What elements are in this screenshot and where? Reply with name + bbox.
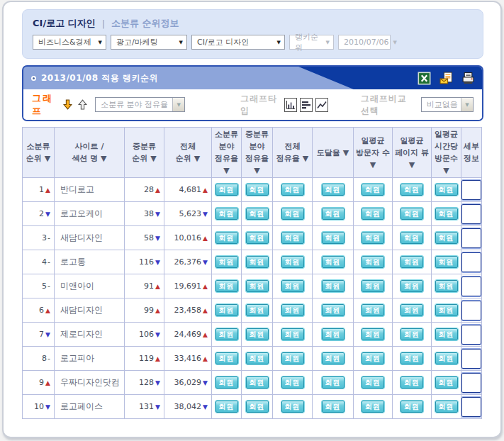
view-detail-button[interactable]: 보기 <box>461 349 481 369</box>
member-button[interactable]: 회원 <box>435 401 458 413</box>
column-header[interactable]: 전체 점유율 ▼ <box>273 128 313 178</box>
mail-icon[interactable] <box>439 72 453 85</box>
member-button[interactable]: 회원 <box>435 232 458 244</box>
member-button[interactable]: 회원 <box>362 328 384 340</box>
column-header[interactable]: 사이트 / 섹션 명 ▼ <box>55 128 125 178</box>
member-button[interactable]: 회원 <box>281 232 304 244</box>
member-button[interactable]: 회원 <box>362 376 384 389</box>
column-header[interactable]: 소분류 순위 ▼ <box>23 128 55 178</box>
member-button[interactable]: 회원 <box>322 304 345 316</box>
column-header[interactable]: 일평균 페이지 뷰 ▼ <box>393 128 432 178</box>
member-button[interactable]: 회원 <box>281 304 304 316</box>
member-button[interactable]: 회원 <box>401 401 423 413</box>
member-button[interactable]: 회원 <box>246 304 269 316</box>
member-button[interactable]: 회원 <box>215 376 238 389</box>
member-button[interactable]: 회원 <box>215 256 238 268</box>
hbar-chart-icon[interactable] <box>300 98 313 112</box>
member-button[interactable]: 회원 <box>215 280 238 292</box>
member-button[interactable]: 회원 <box>362 208 384 220</box>
view-detail-button[interactable]: 보기 <box>461 180 481 200</box>
member-button[interactable]: 회원 <box>322 208 345 220</box>
member-button[interactable]: 회원 <box>401 256 423 268</box>
member-button[interactable]: 회원 <box>322 184 345 196</box>
excel-icon[interactable] <box>418 72 431 85</box>
member-button[interactable]: 회원 <box>246 376 269 389</box>
arrow-up-icon[interactable] <box>77 99 88 110</box>
line-chart-icon[interactable] <box>315 98 328 112</box>
print-icon[interactable] <box>461 72 475 85</box>
member-button[interactable]: 회원 <box>215 401 238 413</box>
member-button[interactable]: 회원 <box>281 328 304 340</box>
view-detail-button[interactable]: 보기 <box>461 325 481 345</box>
member-button[interactable]: 회원 <box>435 328 458 340</box>
member-button[interactable]: 회원 <box>362 256 384 268</box>
member-button[interactable]: 회원 <box>246 352 269 364</box>
member-button[interactable]: 회원 <box>246 208 269 220</box>
member-button[interactable]: 회원 <box>435 256 458 268</box>
member-button[interactable]: 회원 <box>435 280 458 292</box>
view-detail-button[interactable]: 보기 <box>461 228 481 248</box>
member-button[interactable]: 회원 <box>322 328 345 340</box>
member-button[interactable]: 회원 <box>435 304 458 316</box>
column-header[interactable]: 일평균 시간당 방문수 ▼ <box>432 128 461 178</box>
view-detail-button[interactable]: 보기 <box>461 277 481 296</box>
member-button[interactable]: 회원 <box>246 280 269 292</box>
member-button[interactable]: 회원 <box>246 401 269 413</box>
member-button[interactable]: 회원 <box>215 208 238 220</box>
member-button[interactable]: 회원 <box>362 280 384 292</box>
category-large-select[interactable]: 비즈니스&경제 ▼ <box>33 35 106 50</box>
member-button[interactable]: 회원 <box>362 401 384 413</box>
view-detail-button[interactable]: 보기 <box>461 204 481 224</box>
member-button[interactable]: 회원 <box>435 376 458 389</box>
column-header[interactable]: 중분류 순위 ▼ <box>125 128 164 178</box>
view-detail-button[interactable]: 보기 <box>461 397 481 417</box>
member-button[interactable]: 회원 <box>281 376 304 389</box>
member-button[interactable]: 회원 <box>281 208 304 220</box>
arrow-down-icon[interactable] <box>62 99 73 110</box>
member-button[interactable]: 회원 <box>362 352 384 364</box>
member-button[interactable]: 회원 <box>401 352 423 364</box>
member-button[interactable]: 회원 <box>362 304 384 316</box>
member-button[interactable]: 회원 <box>215 352 238 364</box>
member-button[interactable]: 회원 <box>401 376 423 389</box>
member-button[interactable]: 회원 <box>362 232 384 244</box>
member-button[interactable]: 회원 <box>362 184 384 196</box>
column-header[interactable]: 중분류 분야 점유율 ▼ <box>242 128 273 178</box>
member-button[interactable]: 회원 <box>401 208 423 220</box>
member-button[interactable]: 회원 <box>322 401 345 413</box>
member-button[interactable]: 회원 <box>322 280 345 292</box>
member-button[interactable]: 회원 <box>401 184 423 196</box>
member-button[interactable]: 회원 <box>246 184 269 196</box>
member-button[interactable]: 회원 <box>215 304 238 316</box>
column-header[interactable]: 일평균 방문자 수 ▼ <box>354 128 393 178</box>
member-button[interactable]: 회원 <box>401 232 423 244</box>
member-button[interactable]: 회원 <box>401 304 423 316</box>
member-button[interactable]: 회원 <box>322 232 345 244</box>
member-button[interactable]: 회원 <box>281 184 304 196</box>
member-button[interactable]: 회원 <box>215 328 238 340</box>
bar-chart-icon[interactable] <box>284 98 297 112</box>
member-button[interactable]: 회원 <box>401 328 423 340</box>
column-header[interactable]: 도달율 ▼ <box>313 128 354 178</box>
member-button[interactable]: 회원 <box>281 401 304 413</box>
category-mid-select[interactable]: 광고/마케팅 ▼ <box>111 35 187 50</box>
column-header[interactable]: 소분류 분야 점유율 ▼ <box>212 128 242 178</box>
member-button[interactable]: 회원 <box>322 256 345 268</box>
member-button[interactable]: 회원 <box>281 352 304 364</box>
category-small-select[interactable]: CI/로고 디자인 ▼ <box>191 35 285 50</box>
member-button[interactable]: 회원 <box>435 184 458 196</box>
member-button[interactable]: 회원 <box>435 352 458 364</box>
view-detail-button[interactable]: 보기 <box>461 301 481 320</box>
member-button[interactable]: 회원 <box>281 280 304 292</box>
member-button[interactable]: 회원 <box>435 208 458 220</box>
member-button[interactable]: 회원 <box>215 232 238 244</box>
member-button[interactable]: 회원 <box>281 256 304 268</box>
view-detail-button[interactable]: 보기 <box>461 252 481 272</box>
member-button[interactable]: 회원 <box>401 280 423 292</box>
column-header[interactable]: 세부 정보 <box>461 128 482 178</box>
member-button[interactable]: 회원 <box>322 352 345 364</box>
member-button[interactable]: 회원 <box>322 376 345 389</box>
column-header[interactable]: 전체 순위 ▼ <box>164 128 212 178</box>
member-button[interactable]: 회원 <box>246 328 269 340</box>
member-button[interactable]: 회원 <box>215 184 238 196</box>
